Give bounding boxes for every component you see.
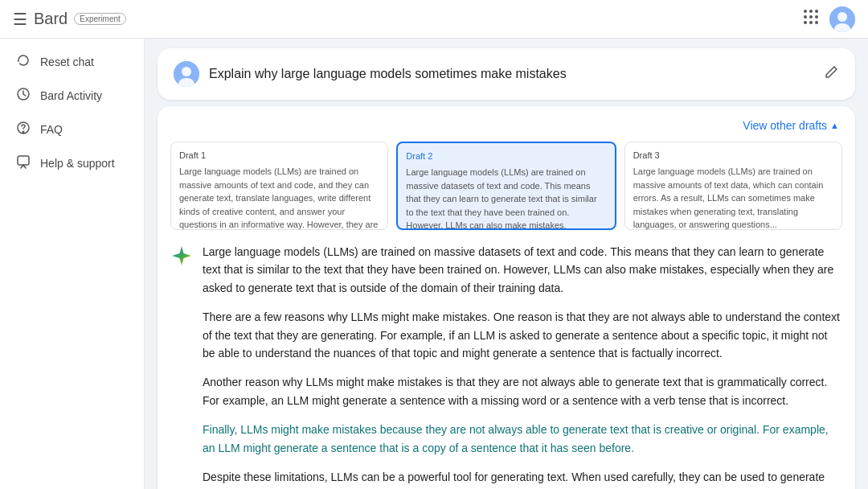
response-p4: Finally, LLMs might make mistakes becaus… <box>203 421 842 457</box>
apps-icon[interactable] <box>802 8 820 31</box>
drafts-header[interactable]: View other drafts ▲ <box>170 119 842 132</box>
query-text: Explain why large language models someti… <box>209 67 567 81</box>
user-avatar[interactable] <box>829 6 855 32</box>
sidebar-item-reset-chat[interactable]: Reset chat <box>0 45 134 79</box>
faq-icon <box>16 121 31 138</box>
svg-rect-15 <box>18 156 29 165</box>
response-p3: Another reason why LLMs might make mista… <box>203 373 842 409</box>
sidebar: Reset chat Bard Activity FAQ <box>0 39 145 489</box>
sidebar-item-bard-activity[interactable]: Bard Activity <box>0 79 134 113</box>
svg-point-4 <box>809 15 813 18</box>
draft-card-2[interactable]: Draft 2 Large language models (LLMs) are… <box>396 142 616 230</box>
draft-label-1: Draft 1 <box>179 150 379 160</box>
topbar: ☰ Bard Experiment <box>0 0 868 39</box>
response-p2: There are a few reasons why LLMs might m… <box>203 308 842 362</box>
sidebar-item-label: Bard Activity <box>40 89 102 102</box>
svg-point-8 <box>815 21 818 24</box>
draft-label-2: Draft 2 <box>406 151 606 161</box>
bard-activity-icon <box>16 87 31 105</box>
experiment-badge: Experiment <box>74 13 126 25</box>
reset-chat-icon <box>16 53 31 71</box>
bard-star-icon <box>170 244 193 267</box>
response-p5: Despite these limitations, LLMs can be a… <box>203 468 842 489</box>
sidebar-item-label: FAQ <box>40 123 63 136</box>
drafts-container: Draft 1 Large language models (LLMs) are… <box>170 142 842 230</box>
sidebar-item-label: Reset chat <box>40 55 94 68</box>
layout: Reset chat Bard Activity FAQ <box>0 39 868 489</box>
draft-label-3: Draft 3 <box>633 150 833 160</box>
svg-point-3 <box>804 15 807 18</box>
response-area: View other drafts ▲ Draft 1 Large langua… <box>158 106 855 489</box>
chevron-up-icon: ▲ <box>830 121 839 130</box>
svg-point-7 <box>809 21 813 24</box>
draft-text-2: Large language models (LLMs) are trained… <box>406 166 606 230</box>
help-support-icon <box>16 154 31 172</box>
bard-response: Large language models (LLMs) are trained… <box>170 243 842 489</box>
svg-point-0 <box>804 10 807 13</box>
svg-point-6 <box>804 21 807 24</box>
topbar-right <box>802 6 855 32</box>
svg-point-10 <box>837 12 847 22</box>
topbar-left: ☰ Bard Experiment <box>13 10 126 29</box>
sidebar-item-label: Help & support <box>40 157 115 170</box>
sidebar-item-faq[interactable]: FAQ <box>0 113 134 146</box>
app-logo: Bard <box>34 10 68 28</box>
svg-point-2 <box>815 10 818 13</box>
draft-card-3[interactable]: Draft 3 Large language models (LLMs) are… <box>624 142 842 230</box>
query-bar: Explain why large language models someti… <box>158 48 855 100</box>
draft-card-1[interactable]: Draft 1 Large language models (LLMs) are… <box>170 142 388 230</box>
menu-icon[interactable]: ☰ <box>13 10 27 29</box>
query-avatar <box>174 61 199 87</box>
draft-text-1: Large language models (LLMs) are trained… <box>179 165 379 230</box>
query-left: Explain why large language models someti… <box>174 61 567 87</box>
response-p1: Large language models (LLMs) are trained… <box>203 243 842 297</box>
draft-text-3: Large language models (LLMs) are trained… <box>633 165 833 230</box>
svg-point-14 <box>23 131 24 133</box>
sidebar-item-help-support[interactable]: Help & support <box>0 146 134 180</box>
response-text-content: Large language models (LLMs) are trained… <box>203 243 842 489</box>
edit-icon[interactable] <box>823 64 839 84</box>
main-content: Explain why large language models someti… <box>145 39 868 489</box>
svg-point-17 <box>182 67 191 76</box>
svg-point-5 <box>815 15 818 18</box>
view-other-drafts-label: View other drafts <box>743 119 827 132</box>
svg-point-1 <box>809 10 813 13</box>
